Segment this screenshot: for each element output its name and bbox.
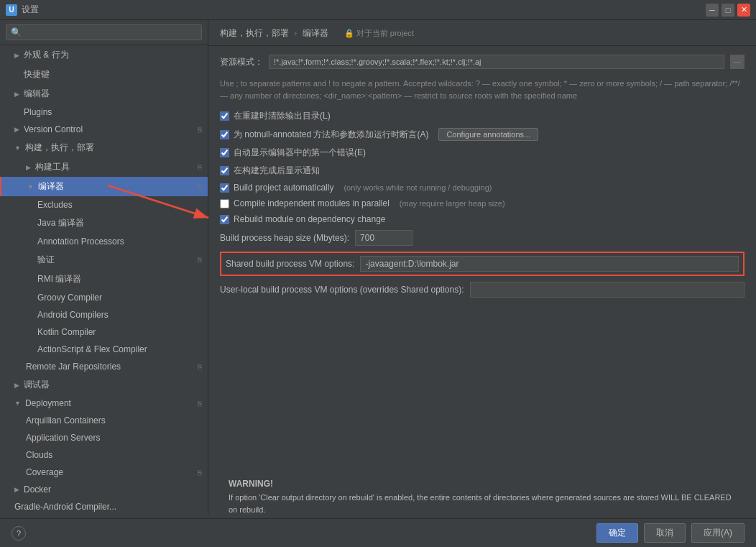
breadcrumb: 构建，执行，部署 › 编译器 — [220, 27, 328, 40]
sidebar-item-docker[interactable]: ▶ Docker — [0, 481, 208, 498]
sidebar-item-clouds[interactable]: Clouds — [0, 446, 208, 464]
heap-label: Build process heap size (Mbytes): — [220, 233, 349, 243]
sidebar-item-deployment[interactable]: ▼ Deployment ⎘ — [0, 395, 208, 412]
apply-button[interactable]: 应用(A) — [691, 523, 745, 543]
hint-text: Use ; to separate patterns and ! to nega… — [220, 78, 745, 101]
expand-arrow: ▼ — [27, 183, 34, 190]
resource-expand-button[interactable]: ⋯ — [730, 55, 745, 69]
clear-output-checkbox[interactable] — [220, 111, 229, 121]
warning-text: If option 'Clear output directory on reb… — [229, 492, 736, 515]
sidebar-item-label: 构建工具 — [35, 161, 70, 173]
checkbox-notify-complete: 在构建完成后显示通知 — [220, 165, 745, 177]
breadcrumb-separator: › — [294, 28, 297, 38]
sidebar-item-excludes[interactable]: Excludes — [0, 196, 208, 213]
sidebar-item-actionscript-compiler[interactable]: ActionScript & Flex Compiler — [0, 341, 208, 358]
minimize-button[interactable]: ─ — [706, 4, 719, 17]
build-auto-label[interactable]: Build project automatically — [234, 183, 333, 193]
search-input[interactable] — [6, 24, 202, 40]
copy-icon: ⎘ — [198, 183, 202, 190]
sidebar-item-label: 编译器 — [38, 180, 64, 193]
sidebar-item-compiler[interactable]: ▼ 编译器 ⎘ — [0, 177, 208, 196]
notify-complete-checkbox[interactable] — [220, 166, 229, 175]
sidebar-item-label: 构建，执行，部署 — [25, 142, 94, 154]
checkbox-notnull: 为 notnull-annotated 方法和参数添加运行时断言(A) Conf… — [220, 128, 745, 141]
content-header: 构建，执行，部署 › 编译器 🔒 对于当前 project — [208, 20, 756, 46]
parallel-label[interactable]: Compile independent modules in parallel — [234, 198, 389, 208]
copy-icon: ⎘ — [198, 126, 202, 134]
sidebar-item-coverage[interactable]: Coverage ⎘ — [0, 464, 208, 481]
sidebar-item-label: Java 编译器 — [37, 217, 84, 229]
sidebar-item-debug[interactable]: ▶ 调试器 — [0, 375, 208, 395]
sidebar-item-label: Application Servers — [26, 433, 100, 443]
sidebar-item-groovy-compiler[interactable]: Groovy Compiler — [0, 289, 208, 306]
checkbox-build-auto: Build project automatically (only works … — [220, 183, 745, 193]
window-title: 设置 — [22, 4, 39, 16]
sidebar-item-java-compiler[interactable]: Java 编译器 — [0, 213, 208, 233]
sidebar-item-label: Coverage — [26, 467, 63, 477]
sidebar-item-rmi-compiler[interactable]: RMI 编译器 — [0, 270, 208, 289]
sidebar-item-version-control[interactable]: ▶ Version Control ⎘ — [0, 121, 208, 138]
title-bar: U 设置 ─ □ ✕ — [0, 0, 756, 20]
sidebar-item-label: 验证 — [37, 254, 55, 266]
rebuild-dependency-label[interactable]: Rebuild module on dependency change — [234, 214, 386, 224]
search-container — [0, 20, 208, 45]
resource-input[interactable] — [269, 55, 724, 69]
sidebar-item-arquillian[interactable]: Arquillian Containers — [0, 412, 208, 429]
copy-icon: ⎘ — [198, 469, 202, 477]
close-button[interactable]: ✕ — [737, 4, 750, 17]
build-auto-checkbox[interactable] — [220, 183, 229, 193]
notify-complete-label[interactable]: 在构建完成后显示通知 — [234, 165, 320, 177]
rebuild-dependency-checkbox[interactable] — [220, 215, 229, 224]
copy-icon: ⎘ — [198, 400, 202, 408]
sidebar-item-label: 调试器 — [24, 379, 50, 391]
sidebar-item-validation[interactable]: 验证 ⎘ — [0, 250, 208, 270]
checkbox-rebuild-dependency: Rebuild module on dependency change — [220, 214, 745, 224]
sidebar-item-label: Android Compilers — [37, 310, 109, 320]
user-vm-input[interactable] — [470, 282, 745, 298]
heap-size-row: Build process heap size (Mbytes): — [220, 230, 745, 246]
sidebar-item-editor[interactable]: ▶ 编辑器 — [0, 84, 208, 104]
sidebar-item-remote-jar[interactable]: Remote Jar Repositories ⎘ — [0, 358, 208, 375]
sidebar-item-gradle-android[interactable]: Gradle-Android Compiler... — [0, 498, 208, 515]
configure-annotations-button[interactable]: Configure annotations... — [438, 128, 538, 141]
sidebar: ▶ 外观 & 行为 ▶ 快捷键 ▶ 编辑器 ▶ Plugins ▶ Versio — [0, 20, 208, 515]
notnull-label[interactable]: 为 notnull-annotated 方法和参数添加运行时断言(A) — [234, 129, 428, 141]
sidebar-item-label: 快捷键 — [24, 68, 50, 81]
sidebar-item-build-exec[interactable]: ▼ 构建，执行，部署 — [0, 138, 208, 157]
auto-show-label[interactable]: 自动显示编辑器中的第一个错误(E) — [234, 147, 366, 159]
resource-pattern-row: 资源模式： ⋯ — [220, 55, 745, 69]
heap-input[interactable] — [355, 230, 412, 246]
notnull-checkbox[interactable] — [220, 130, 229, 139]
sidebar-item-label: Docker — [24, 484, 51, 495]
expand-arrow: ▶ — [14, 126, 19, 133]
sidebar-item-label: RMI 编译器 — [37, 273, 81, 285]
checkbox-parallel: Compile independent modules in parallel … — [220, 198, 745, 208]
parallel-note: (may require larger heap size) — [400, 199, 505, 208]
expand-arrow: ▶ — [14, 52, 19, 59]
shared-vm-input[interactable] — [360, 256, 739, 272]
sidebar-item-appearance[interactable]: ▶ 外观 & 行为 — [0, 45, 208, 65]
parallel-checkbox[interactable] — [220, 199, 229, 208]
sidebar-item-plugins[interactable]: ▶ Plugins — [0, 104, 208, 121]
copy-icon: ⎘ — [198, 256, 202, 264]
sidebar-item-label: Gradle-Android Compiler... — [14, 502, 116, 512]
sidebar-item-annotation-processors[interactable]: Annotation Processors — [0, 233, 208, 250]
sidebar-item-kotlin-compiler[interactable]: Kotlin Compiler — [0, 323, 208, 341]
sidebar-item-keymap[interactable]: ▶ 快捷键 — [0, 65, 208, 84]
user-vm-row: User-local build process VM options (ove… — [220, 282, 745, 298]
help-button[interactable]: ? — [11, 526, 26, 541]
sidebar-item-label: Deployment — [25, 398, 71, 408]
bottom-bar: ? 确定 取消 应用(A) — [0, 518, 756, 547]
expand-arrow: ▼ — [14, 144, 21, 152]
ok-button[interactable]: 确定 — [596, 523, 638, 543]
copy-icon: ⎘ — [198, 363, 202, 371]
sidebar-item-label: Annotation Processors — [37, 236, 124, 247]
build-auto-note: (only works while not running / debuggin… — [344, 183, 492, 192]
clear-output-label[interactable]: 在重建时清除输出目录(L) — [234, 110, 331, 122]
sidebar-item-android-compilers[interactable]: Android Compilers — [0, 306, 208, 323]
cancel-button[interactable]: 取消 — [644, 523, 686, 543]
sidebar-item-build-tools[interactable]: ▶ 构建工具 ⎘ — [0, 157, 208, 177]
auto-show-checkbox[interactable] — [220, 148, 229, 157]
maximize-button[interactable]: □ — [722, 4, 734, 17]
sidebar-item-app-servers[interactable]: Application Servers — [0, 429, 208, 446]
